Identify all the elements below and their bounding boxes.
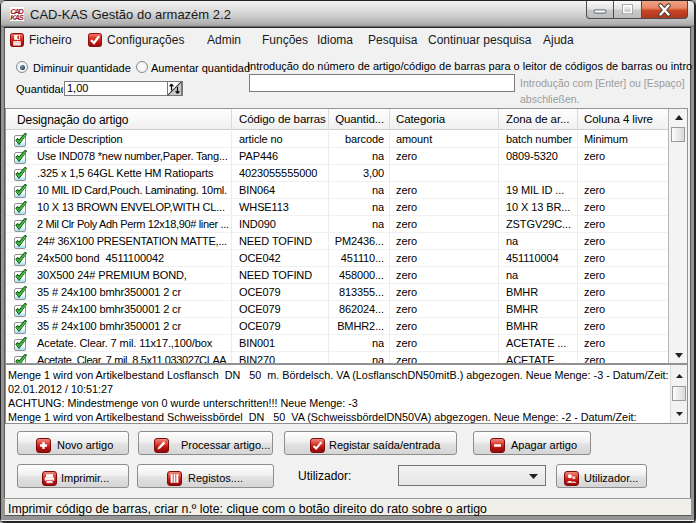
svg-text:KAS: KAS (10, 13, 24, 21)
